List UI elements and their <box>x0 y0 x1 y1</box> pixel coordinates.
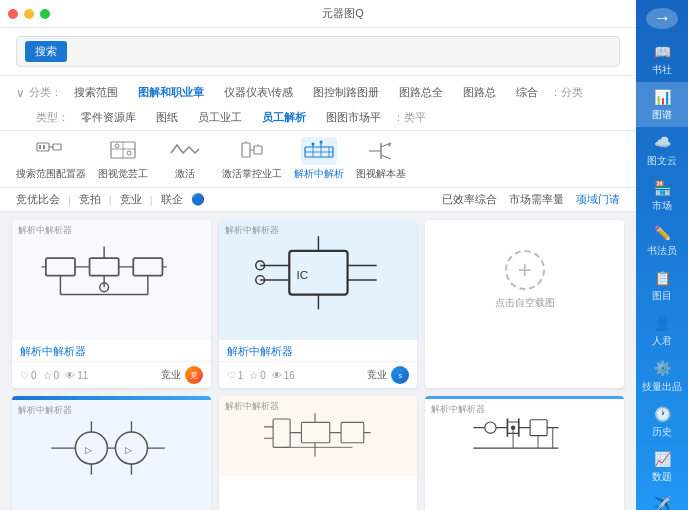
tag-enterprise[interactable]: 联企 <box>161 192 183 207</box>
card-6-title: 解析中解析器 <box>431 403 485 416</box>
svg-rect-29 <box>46 258 75 275</box>
cat-item-transistor[interactable]: 图视解本基 <box>356 137 406 181</box>
card-1-img: 解析中解析器 <box>12 220 211 340</box>
sidebar-label-books: 书社 <box>652 63 672 76</box>
title-bar: 元器图Q <box>0 0 636 28</box>
sidebar-item-person[interactable]: 👤 人君 <box>636 308 688 353</box>
filter-tag-control[interactable]: 图控制路图册 <box>305 83 387 102</box>
filter-tag-integrate[interactable]: 综合 <box>508 83 546 102</box>
card-5-title: 解析中解析器 <box>225 400 279 413</box>
svg-text:▷: ▷ <box>125 446 132 456</box>
list-icon: 📋 <box>654 269 671 287</box>
card-1-stats: ♡ 0 ☆ 0 👁 11 <box>20 370 88 381</box>
chevron-down-icon[interactable]: ∨ <box>16 86 25 100</box>
sort-efficiency[interactable]: 已效率综合 <box>442 192 497 207</box>
cat-item-control[interactable]: 激活掌控业工 <box>222 137 282 181</box>
filter-label-1: 分类： <box>29 85 62 100</box>
right-sidebar: → 📖 书社 📊 图谱 ☁️ 图文云 🏪 市场 ✏️ 书法员 📋 图目 👤 人君… <box>636 0 688 510</box>
filter-tag-total[interactable]: 图路总全 <box>391 83 451 102</box>
card-2-author: 竞业 s <box>367 366 409 384</box>
sidebar-label-history: 历史 <box>652 425 672 438</box>
card-1[interactable]: 解析中解析器 <box>12 220 211 388</box>
sidebar-item-diagrams[interactable]: 📊 图谱 <box>636 82 688 127</box>
filter-type-worker1[interactable]: 员工业工 <box>190 108 250 127</box>
filter-tag-search-scope[interactable]: 搜索范围 <box>66 83 126 102</box>
cat-label-control: 激活掌控业工 <box>222 167 282 181</box>
cat-label-config: 搜索范围配置器 <box>16 167 86 181</box>
sidebar-item-market[interactable]: 🏪 市场 <box>636 173 688 218</box>
sidebar-item-editor[interactable]: ✏️ 书法员 <box>636 218 688 263</box>
sidebar-item-data[interactable]: 📈 数题 <box>636 444 688 489</box>
grid-area[interactable]: 解析中解析器 <box>0 212 636 510</box>
maximize-btn[interactable] <box>40 9 50 19</box>
search-input[interactable] <box>73 45 611 59</box>
sort-links: 已效率综合 市场需率量 项域门请 <box>442 192 620 207</box>
filter-type-parts[interactable]: 零件资源库 <box>73 108 144 127</box>
card-1-label: 解析中解析器 <box>20 344 86 359</box>
card-2-stats: ♡ 1 ☆ 0 👁 16 <box>227 370 295 381</box>
sidebar-arrow[interactable]: → <box>646 8 678 29</box>
card-2-author-name: 竞业 <box>367 368 387 382</box>
sidebar-item-settings[interactable]: ⚙️ 技量出品 <box>636 353 688 398</box>
card-3-img: + 点击自空载图 <box>425 220 624 340</box>
cat-item-visual[interactable]: 图视觉芸工 <box>98 137 148 181</box>
history-icon: 🕐 <box>654 405 671 423</box>
search-button[interactable]: 搜索 <box>25 41 67 62</box>
filter-type-drawing[interactable]: 图纸 <box>148 108 186 127</box>
svg-rect-63 <box>273 419 290 447</box>
card-2-views: 👁 16 <box>272 370 295 381</box>
tag-compete[interactable]: 竞业 <box>120 192 142 207</box>
cat-item-activate[interactable]: 激活 <box>160 137 210 181</box>
card-3[interactable]: + 点击自空载图 <box>425 220 624 388</box>
svg-text:IC: IC <box>296 268 308 281</box>
sidebar-label-person: 人君 <box>652 334 672 347</box>
svg-point-86 <box>511 425 516 430</box>
sidebar-item-export[interactable]: ✈️ 出差 <box>636 489 688 510</box>
card-5[interactable]: 解析中解析器 <box>219 396 418 510</box>
cat-label-transistor: 图视解本基 <box>356 167 406 181</box>
sort-market[interactable]: 市场需率量 <box>509 192 564 207</box>
tag-bid[interactable]: 竞拍 <box>79 192 101 207</box>
card-1-likes: ♡ 0 <box>20 370 37 381</box>
cat-label-activate: 激活 <box>175 167 195 181</box>
sidebar-label-cloud: 图文云 <box>647 154 677 167</box>
filter-type-market[interactable]: 图图市场平 <box>318 108 389 127</box>
card-4-img: 解析中解析器 ▷ ▷ <box>12 400 211 510</box>
card-4[interactable]: 解析中解析器 ▷ ▷ <box>12 396 211 510</box>
app-title: 元器图Q <box>58 6 628 21</box>
sidebar-item-history[interactable]: 🕐 历史 <box>636 399 688 444</box>
cat-item-config[interactable]: 搜索范围配置器 <box>16 137 86 181</box>
sidebar-item-cloud[interactable]: ☁️ 图文云 <box>636 127 688 172</box>
cat-icon-activate <box>167 137 203 165</box>
card-1-name-row: 解析中解析器 <box>12 340 211 361</box>
sidebar-label-data: 数题 <box>652 470 672 483</box>
sort-domain[interactable]: 项域门请 <box>576 192 620 207</box>
filter-tag-diagram[interactable]: 图解和职业章 <box>130 83 212 102</box>
eye-icon-2: 👁 <box>272 370 282 381</box>
plus-icon: + <box>505 250 545 290</box>
editor-icon: ✏️ <box>654 224 671 242</box>
card-6[interactable]: 解析中解析器 <box>425 396 624 510</box>
cat-item-analyze[interactable]: 解析中解析 <box>294 137 344 181</box>
svg-point-23 <box>320 141 323 144</box>
search-box: 搜索 <box>16 36 620 67</box>
filter-tag-total2[interactable]: 图路总 <box>455 83 504 102</box>
tag-compare[interactable]: 竞优比会 <box>16 192 60 207</box>
filter-tag-instruments[interactable]: 仪器仪表\传感 <box>216 83 301 102</box>
filter-label-type-more: ：类平 <box>393 110 426 125</box>
close-btn[interactable] <box>8 9 18 19</box>
minimize-btn[interactable] <box>24 9 34 19</box>
filter-type-worker2[interactable]: 员工解析 <box>254 108 314 127</box>
svg-point-8 <box>115 144 119 148</box>
sidebar-item-list[interactable]: 📋 图目 <box>636 263 688 308</box>
star-icon-2: ☆ <box>249 370 258 381</box>
card-2[interactable]: 解析中解析器 IC 解析中解析器 <box>219 220 418 388</box>
sidebar-item-books[interactable]: 📖 书社 <box>636 37 688 82</box>
eye-icon: 👁 <box>65 370 75 381</box>
empty-text: 点击自空载图 <box>495 296 555 310</box>
filter-area: ∨ 分类： 搜索范围 图解和职业章 仪器仪表\传感 图控制路图册 图路总全 图路… <box>0 76 636 131</box>
svg-rect-69 <box>341 422 364 442</box>
cat-label-visual: 图视觉芸工 <box>98 167 148 181</box>
svg-point-75 <box>485 422 496 433</box>
card-2-label: 解析中解析器 <box>227 344 293 359</box>
